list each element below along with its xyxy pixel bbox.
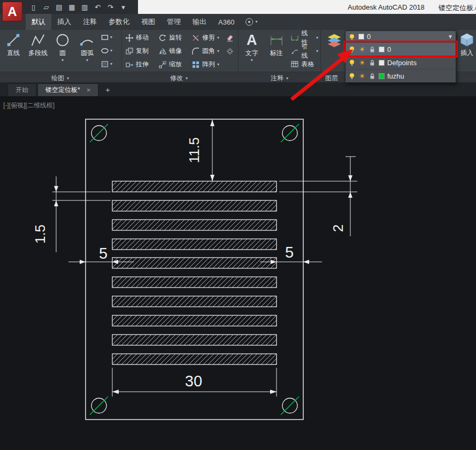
eraser-icon	[226, 34, 234, 42]
tool-rotate[interactable]: 旋转	[157, 31, 190, 44]
tool-insert-block[interactable]: 插入	[458, 30, 476, 72]
line-icon	[5, 32, 21, 48]
open-file-icon[interactable]: ▱	[41, 2, 52, 12]
bulb-icon	[348, 33, 356, 41]
undo-icon[interactable]: ↶	[92, 2, 103, 12]
tool-move[interactable]: 移动	[124, 31, 157, 44]
tool-arc[interactable]: 圆弧 ▾	[75, 30, 99, 72]
layers-icon	[326, 32, 342, 48]
new-tab-button[interactable]: ＋	[102, 84, 113, 96]
corner-hole	[90, 124, 108, 142]
tool-polyline[interactable]: 多段线	[26, 30, 50, 72]
panel-label-layers[interactable]: 图层	[325, 74, 338, 83]
new-file-icon[interactable]: ▯	[28, 2, 39, 12]
layer-color-swatch[interactable]	[379, 73, 385, 79]
move-icon	[125, 34, 134, 42]
dimension-slot-gap: 1.5	[32, 176, 111, 252]
tool-layer-properties[interactable]	[322, 30, 346, 72]
lock-icon[interactable]	[368, 59, 376, 66]
corner-hole	[281, 397, 299, 415]
ribbon-tab-output[interactable]: 输出	[187, 14, 212, 30]
chevron-down-icon: ▾	[251, 58, 253, 63]
tool-dimension[interactable]: 标注	[264, 30, 289, 72]
ribbon-tab-manage[interactable]: 管理	[161, 14, 187, 30]
chevron-down-icon: ▾	[110, 49, 112, 53]
autocad-window: ▯ ▱ ▤ ▦ ▥ ↶ ↷ ▾ Autodesk AutoCAD 2018 镂空…	[0, 0, 476, 450]
close-icon[interactable]: ×	[87, 86, 91, 94]
redo-icon[interactable]: ↷	[105, 2, 116, 12]
file-tab-start[interactable]: 开始	[7, 83, 36, 96]
fillet-icon	[191, 47, 200, 56]
dim-text-right-margin: 5	[285, 244, 294, 261]
dimension-icon	[268, 32, 285, 48]
lock-icon[interactable]	[368, 72, 376, 80]
tool-table[interactable]: 表格	[289, 58, 319, 71]
ribbon-display-toggle[interactable]: ▾	[240, 14, 263, 30]
chevron-down-icon: ▾	[67, 76, 69, 81]
tool-hatch[interactable]: ▾	[101, 60, 112, 68]
array-icon	[191, 60, 200, 69]
hatch-icon	[101, 60, 109, 68]
dim-text-slot-height: 2	[330, 224, 346, 232]
tool-stretch[interactable]: 拉伸	[124, 58, 157, 71]
chevron-down-icon[interactable]: ▼	[448, 34, 453, 40]
print-icon[interactable]: ▥	[79, 2, 90, 12]
tool-explode[interactable]	[225, 44, 236, 58]
qat-more-icon[interactable]: ▾	[118, 2, 129, 12]
tool-line[interactable]: 直线	[1, 30, 26, 72]
file-tab-bar: 开始 镂空定位板* × ＋	[0, 82, 476, 96]
sun-freeze-icon[interactable]: ☀	[358, 72, 366, 80]
tool-rectangle[interactable]: ▾	[101, 33, 112, 42]
drawing-canvas[interactable]: [-][俯视][二维线框]	[0, 96, 476, 450]
corner-hole	[281, 124, 299, 142]
tool-text[interactable]: A 文字 ▾	[240, 30, 264, 72]
layer-color-swatch	[358, 34, 364, 40]
layer-row-defpoints[interactable]: ☀ Defpoints	[346, 56, 456, 69]
layer-row-fuzhu[interactable]: ☀ fuzhu	[346, 69, 456, 82]
ribbon-tab-view[interactable]: 视图	[135, 14, 161, 30]
file-tab-document[interactable]: 镂空定位板* ×	[37, 83, 98, 96]
chevron-down-icon: ▾	[217, 63, 219, 67]
chevron-down-icon: ▾	[186, 76, 188, 81]
dim-text-top-offset: 11.5	[186, 137, 202, 164]
tool-leader[interactable]: 引线 ▾	[289, 44, 319, 58]
chevron-down-icon: ▾	[217, 49, 219, 53]
tool-mirror[interactable]: 镜像	[157, 44, 190, 58]
panel-label-annotate[interactable]: 注释▾	[271, 74, 288, 83]
tool-trim[interactable]: 修剪 ▾	[190, 31, 225, 44]
save-icon[interactable]: ▤	[53, 2, 65, 12]
dimension-slot-width: 30	[112, 368, 277, 397]
panel-label-draw[interactable]: 绘图▾	[51, 74, 69, 83]
chevron-down-icon: ▾	[316, 49, 318, 53]
bulb-icon[interactable]	[348, 59, 356, 66]
ribbon-tab-annotate[interactable]: 注释	[77, 14, 103, 30]
ribbon-tab-home[interactable]: 默认	[26, 14, 51, 30]
leader-icon	[290, 47, 299, 56]
panel-label-modify[interactable]: 修改▾	[170, 74, 188, 83]
explode-icon	[226, 47, 234, 56]
autocad-logo[interactable]: A	[2, 2, 22, 21]
corner-hole	[90, 397, 108, 415]
chevron-down-icon: ▾	[255, 20, 257, 24]
ribbon-tab-insert[interactable]: 插入	[51, 14, 77, 30]
layer-color-swatch[interactable]	[379, 60, 385, 66]
tool-circle[interactable]: 圆 ▾	[50, 30, 75, 72]
tool-array[interactable]: 阵列 ▾	[190, 58, 225, 71]
tool-fillet[interactable]: 圆角 ▾	[190, 44, 225, 58]
slot-bars	[112, 181, 277, 364]
quick-access-toolbar: ▯ ▱ ▤ ▦ ▥ ↶ ↷ ▾	[28, 2, 129, 12]
tool-erase[interactable]	[225, 31, 236, 44]
chevron-down-icon: ▾	[110, 35, 112, 40]
layer-name: fuzhu	[387, 72, 404, 80]
tool-copy[interactable]: 复制	[124, 44, 157, 58]
stretch-icon	[125, 60, 134, 69]
sun-freeze-icon[interactable]: ☀	[358, 59, 366, 67]
tool-ellipse[interactable]: ▾	[101, 46, 112, 55]
ribbon-tab-a360[interactable]: A360	[212, 14, 240, 30]
tool-scale[interactable]: 缩放	[157, 58, 190, 71]
save-as-icon[interactable]: ▦	[66, 2, 78, 12]
panel-modify: 移动 旋转 修剪 ▾ 复制 镜像	[123, 30, 239, 72]
dim-text-left-margin: 5	[99, 245, 108, 262]
bulb-icon[interactable]	[348, 72, 356, 80]
ribbon-tab-parametric[interactable]: 参数化	[103, 14, 135, 30]
